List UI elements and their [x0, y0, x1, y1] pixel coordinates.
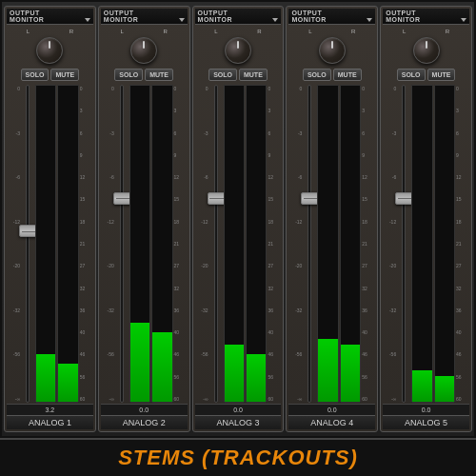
scale-label: -20: [101, 263, 114, 268]
main-container: OUTPUT MONITOR LR SOLO MUTE 0-3-6-12-20-…: [0, 0, 476, 476]
dropdown-arrow-icon[interactable]: [179, 18, 185, 22]
scale-label-right: 32: [80, 286, 93, 291]
mute-button[interactable]: MUTE: [333, 69, 362, 81]
scale-label-right: 6: [268, 130, 281, 136]
scale-label: -6: [288, 174, 302, 180]
scale-label-right: 15: [80, 196, 93, 202]
solo-button[interactable]: SOLO: [21, 69, 50, 81]
meter-fill: [130, 323, 149, 402]
fader-column: [397, 85, 410, 403]
mute-button[interactable]: MUTE: [145, 69, 173, 81]
knob-row: [413, 37, 440, 64]
scale-label-right: 18: [80, 219, 93, 225]
scale-label-right: 18: [174, 219, 188, 225]
solo-mute-row: SOLO MUTE: [21, 69, 80, 81]
channel-strip-4: OUTPUT MONITOR LR SOLO MUTE 0-3-6-12-20-…: [286, 6, 378, 432]
lr-label-row: LR: [288, 29, 375, 34]
header-monitor-row: MONITOR: [104, 16, 185, 23]
scale-label: -20: [383, 263, 396, 268]
meter-wrap: [317, 85, 361, 403]
fader-meter-section: 0-3-6-12-20-32-56-∞036912151821273236404…: [101, 84, 188, 404]
dropdown-arrow-icon[interactable]: [85, 18, 90, 22]
fader-meter-section: 0-3-6-12-20-32-56-∞036912151821273236404…: [7, 84, 93, 404]
channel-value-2: 0.0: [101, 404, 188, 415]
dropdown-arrow-icon[interactable]: [461, 18, 466, 22]
scale-label: -12: [383, 219, 396, 225]
mute-button[interactable]: MUTE: [427, 69, 456, 81]
channel-value-4: 0.0: [288, 404, 375, 415]
mute-button[interactable]: MUTE: [239, 69, 268, 81]
scale-label: -20: [288, 263, 302, 268]
scale-label-right: 9: [268, 152, 281, 158]
knob-row: [130, 37, 157, 64]
fader-rail: [120, 85, 124, 403]
pan-knob-4[interactable]: [319, 37, 346, 64]
dropdown-arrow-icon[interactable]: [367, 18, 372, 22]
scale-label-right: 60: [174, 396, 188, 402]
scale-label-right: 3: [174, 108, 188, 113]
scale-label-right: 46: [80, 351, 93, 357]
meter-l-3: [224, 85, 245, 403]
scale-left: 0-3-6-12-20-32-56-∞: [195, 85, 208, 403]
scale-label-right: 21: [456, 241, 469, 247]
solo-button[interactable]: SOLO: [303, 69, 331, 81]
knob-row: [36, 37, 63, 64]
scale-label-right: 46: [268, 351, 281, 357]
scale-label-right: 40: [174, 329, 188, 335]
fader-column: [303, 85, 316, 403]
solo-mute-row: SOLO MUTE: [397, 69, 456, 81]
scale-label: -3: [288, 130, 302, 136]
scale-label-right: 9: [174, 152, 188, 158]
meter-l-5: [411, 85, 432, 403]
scale-label-right: 40: [268, 329, 281, 335]
mute-button[interactable]: MUTE: [50, 69, 79, 81]
scale-left: 0-3-6-12-20-32-56-∞: [101, 85, 114, 403]
scale-label-right: 46: [456, 351, 469, 357]
scale-label-right: 32: [174, 286, 188, 291]
lr-label-row: LR: [101, 29, 188, 34]
solo-button[interactable]: SOLO: [397, 69, 426, 81]
pan-knob-3[interactable]: [225, 37, 251, 64]
channel-header-3: OUTPUT MONITOR: [195, 9, 282, 25]
pan-knob-1[interactable]: [36, 37, 63, 64]
channel-label-2: ANALOG 2: [101, 415, 188, 429]
scale-label: -6: [101, 174, 114, 180]
scale-label-right: 60: [362, 396, 375, 402]
scale-label-right: 56: [174, 374, 188, 380]
scale-label-right: 46: [362, 351, 375, 357]
header-monitor-row: MONITOR: [10, 16, 90, 23]
scale-label-right: 15: [362, 196, 375, 202]
scale-label-right: 56: [362, 374, 375, 380]
scale-right: 03691215182127323640465660: [80, 85, 93, 403]
scale-right: 03691215182127323640465660: [174, 85, 188, 403]
scale-label-right: 60: [456, 396, 469, 402]
fader-meter-section: 0-3-6-12-20-32-56-∞036912151821273236404…: [195, 84, 282, 404]
scale-label-right: 60: [80, 396, 93, 402]
channel-value-1: 3.2: [7, 404, 93, 415]
fader-meter-section: 0-3-6-12-20-32-56-∞036912151821273236404…: [288, 84, 375, 404]
scale-label: -56: [7, 351, 20, 357]
solo-button[interactable]: SOLO: [114, 69, 143, 81]
scale-label: -12: [288, 219, 302, 225]
scale-label-right: 3: [268, 108, 281, 113]
scale-label-right: 15: [268, 196, 281, 202]
scale-label: -12: [7, 219, 20, 225]
scale-label: -3: [383, 130, 396, 136]
scale-label-right: 3: [362, 108, 375, 113]
solo-button[interactable]: SOLO: [208, 69, 237, 81]
scale-label-right: 0: [456, 86, 469, 91]
header-monitor-row: MONITOR: [291, 16, 372, 23]
pan-knob-2[interactable]: [130, 37, 157, 64]
pan-knob-5[interactable]: [413, 37, 440, 64]
r-label: R: [351, 29, 355, 34]
meter-r-1: [57, 85, 78, 403]
scale-label: -3: [195, 130, 208, 136]
dropdown-arrow-icon[interactable]: [272, 18, 278, 22]
header-output-label: OUTPUT: [198, 10, 228, 16]
stems-title: STEMS (TRACKOUTS): [0, 446, 476, 470]
meter-r-4: [340, 85, 361, 403]
scale-label-right: 3: [456, 108, 469, 113]
scale-label-right: 36: [268, 307, 281, 313]
scale-label-right: 27: [456, 263, 469, 268]
solo-mute-row: SOLO MUTE: [303, 69, 362, 81]
